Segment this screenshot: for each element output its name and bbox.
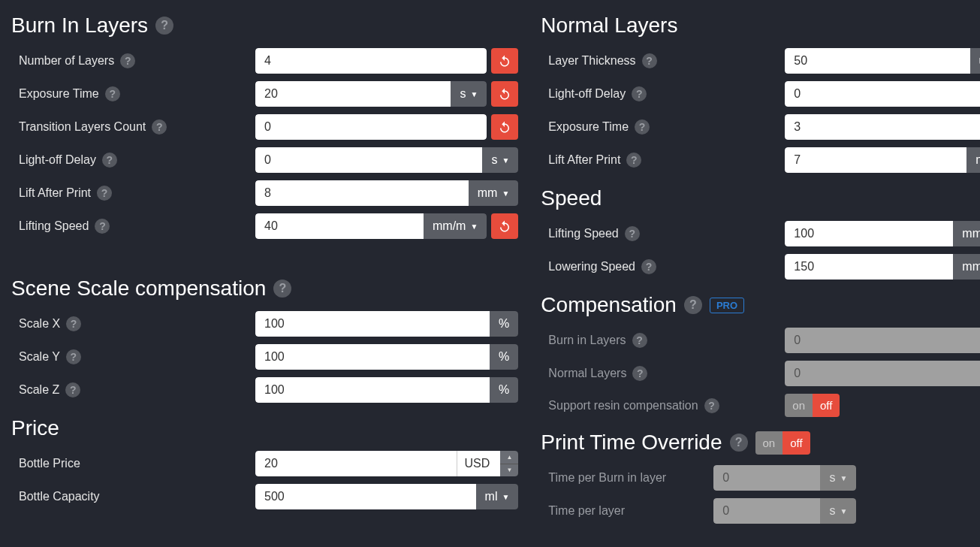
help-icon[interactable]: ?: [704, 398, 719, 413]
layer-thickness-input[interactable]: [785, 48, 969, 74]
bottle-price-input[interactable]: [255, 451, 457, 476]
lift-after-print-label: Lift After Print: [548, 153, 620, 167]
help-icon[interactable]: ?: [635, 119, 650, 134]
light-off-delay-input[interactable]: [255, 147, 482, 173]
number-of-layers-input[interactable]: [255, 48, 487, 74]
help-icon[interactable]: ?: [626, 153, 641, 168]
unit-dropdown: s▼: [820, 465, 856, 491]
speed-lifting-input[interactable]: [785, 221, 953, 246]
chevron-up-icon: ▲: [500, 451, 518, 464]
speed-lowering-input[interactable]: [785, 254, 953, 280]
unit-dropdown[interactable]: mm/m▼: [953, 221, 980, 246]
help-icon[interactable]: ?: [684, 296, 702, 314]
burn-in-layers-section: Burn In Layers? Number of Layers? Exposu…: [11, 14, 518, 239]
help-icon[interactable]: ?: [66, 316, 81, 331]
help-icon[interactable]: ?: [730, 434, 748, 452]
chevron-down-icon: ▼: [470, 90, 478, 98]
bottle-price-label: Bottle Price: [19, 457, 80, 470]
reset-button[interactable]: [491, 213, 518, 239]
compensation-title: Compensation?PRO: [541, 293, 980, 317]
price-section: Price Bottle Price USD▲▼ Bottle Capacity…: [11, 416, 518, 509]
help-icon[interactable]: ?: [152, 119, 167, 134]
lowering-speed-label: Lowering Speed: [548, 260, 635, 274]
support-resin-label: Support resin compensation: [548, 399, 698, 413]
help-icon[interactable]: ?: [95, 219, 110, 234]
help-icon[interactable]: ?: [632, 86, 647, 101]
layer-thickness-label: Layer Thickness: [548, 54, 635, 68]
bottle-capacity-label: Bottle Capacity: [19, 490, 100, 503]
bottle-capacity-input[interactable]: [255, 484, 476, 509]
unit-dropdown[interactable]: mm/m▼: [953, 254, 980, 280]
reset-icon: [498, 219, 511, 233]
unit-label: %: [490, 344, 518, 370]
unit-dropdown[interactable]: mm▼: [469, 180, 519, 206]
unit-label: %: [490, 311, 518, 337]
reset-icon: [498, 120, 511, 134]
time-burn-input: [713, 465, 820, 491]
unit-dropdown[interactable]: um▼: [970, 48, 980, 74]
normal-layers-title: Normal Layers: [541, 14, 980, 38]
compensation-section: Compensation?PRO Burn in Layers? Normal …: [541, 293, 980, 417]
chevron-down-icon: ▼: [840, 474, 847, 482]
lift-after-print-input[interactable]: [255, 180, 469, 206]
unit-label: %: [490, 377, 518, 403]
normal-light-off-input[interactable]: [785, 81, 980, 107]
unit-dropdown[interactable]: mm/m▼: [424, 213, 487, 239]
unit-dropdown[interactable]: s▼: [451, 81, 487, 107]
unit-dropdown[interactable]: ml▼: [476, 484, 519, 509]
unit-dropdown[interactable]: mm▼: [966, 147, 980, 173]
lifting-speed-input[interactable]: [255, 213, 424, 239]
reset-icon: [498, 54, 511, 68]
unit-dropdown: s▼: [820, 498, 856, 524]
help-icon[interactable]: ?: [66, 349, 81, 364]
scale-y-input[interactable]: [255, 344, 490, 370]
comp-burn-in-input: [785, 328, 980, 353]
normal-exposure-input[interactable]: [785, 114, 980, 140]
support-resin-toggle[interactable]: onoff: [785, 394, 840, 417]
reset-button[interactable]: [491, 114, 518, 140]
help-icon[interactable]: ?: [273, 280, 291, 298]
light-off-delay-label: Light-off Delay: [19, 153, 96, 167]
exposure-time-label: Exposure Time: [548, 120, 629, 134]
scale-z-input[interactable]: [255, 377, 490, 403]
reset-button[interactable]: [491, 48, 518, 74]
help-icon[interactable]: ?: [65, 382, 80, 397]
currency-stepper[interactable]: ▲▼: [500, 451, 518, 476]
scale-x-input[interactable]: [255, 311, 490, 337]
chevron-down-icon: ▼: [470, 222, 478, 231]
lifting-speed-label: Lifting Speed: [548, 227, 618, 240]
print-time-override-section: Print Time Override?onoff Time per Burn …: [541, 431, 980, 524]
reset-button[interactable]: [491, 81, 518, 107]
scale-y-label: Scale Y: [19, 350, 60, 364]
normal-layers-section: Normal Layers Layer Thickness? um▼ Light…: [541, 14, 980, 173]
override-toggle[interactable]: onoff: [755, 431, 810, 455]
exposure-time-input[interactable]: [255, 81, 451, 107]
chevron-down-icon: ▼: [502, 189, 509, 198]
help-icon[interactable]: ?: [105, 86, 120, 101]
exposure-time-label: Exposure Time: [19, 87, 99, 101]
reset-icon: [498, 87, 511, 101]
help-icon[interactable]: ?: [642, 53, 657, 68]
help-icon[interactable]: ?: [97, 186, 112, 201]
help-icon[interactable]: ?: [120, 53, 135, 68]
help-icon[interactable]: ?: [632, 333, 647, 348]
time-burn-label: Time per Burn in layer: [548, 471, 666, 485]
transition-layers-input[interactable]: [255, 114, 487, 140]
normal-lift-input[interactable]: [785, 147, 966, 173]
unit-dropdown[interactable]: s▼: [482, 147, 518, 173]
chevron-down-icon: ▼: [502, 156, 509, 165]
help-icon[interactable]: ?: [102, 153, 117, 168]
speed-section: Speed Lifting Speed? mm/m▼ Lowering Spee…: [541, 186, 980, 280]
light-off-delay-label: Light-off Delay: [548, 87, 626, 101]
lifting-speed-label: Lifting Speed: [19, 219, 89, 233]
help-icon[interactable]: ?: [155, 17, 173, 35]
help-icon[interactable]: ?: [625, 226, 640, 241]
chevron-down-icon: ▼: [500, 464, 518, 477]
scale-x-label: Scale X: [19, 317, 60, 331]
help-icon[interactable]: ?: [632, 366, 647, 381]
help-icon[interactable]: ?: [641, 259, 656, 274]
time-layer-label: Time per layer: [548, 504, 625, 518]
chevron-down-icon: ▼: [840, 507, 847, 515]
comp-normal-input: [785, 361, 980, 386]
scale-z-label: Scale Z: [19, 383, 59, 397]
